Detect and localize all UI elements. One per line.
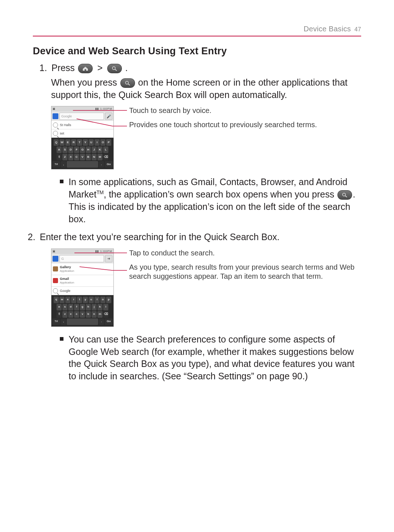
result-row[interactable]: GalleryApplication <box>51 263 113 275</box>
search-key-icon <box>120 78 135 88</box>
step-2: 2. Enter the text you’re searching for i… <box>39 231 361 383</box>
separator: > <box>97 63 103 73</box>
voice-search-button[interactable]: 🎤 <box>105 113 112 120</box>
google-icon <box>53 256 58 262</box>
step-number: 1. <box>39 62 49 74</box>
figure-1-callouts: Touch to search by voice. Provides one t… <box>123 106 317 134</box>
suggestion-text: St Halls <box>60 123 71 127</box>
magnifier-icon <box>53 131 58 136</box>
search-key-icon <box>107 64 122 73</box>
notif-icon: ▣ <box>53 107 55 111</box>
magnifier-icon <box>53 288 58 293</box>
page-number: 47 <box>355 26 361 32</box>
press-tail: . <box>125 63 128 73</box>
result-row[interactable]: Google <box>51 287 113 295</box>
figure-1: ▣ ▮▮ 1:00PM Google 🎤 St Halls set QWERTY… <box>51 106 361 169</box>
suggestion-row[interactable]: set <box>51 129 113 138</box>
figure-2: ▣ ▮▮ 1:00PM G ➜ GalleryApplication Gmail… <box>51 249 361 327</box>
result-sub: Application <box>60 269 74 273</box>
trademark: TM <box>96 190 104 195</box>
home-key-icon <box>78 64 93 73</box>
body-text: 1. Press > . When you press on the Home … <box>33 62 361 383</box>
manual-page: Device Basics 47 Device and Web Search U… <box>0 0 394 532</box>
svg-line-1 <box>115 69 117 71</box>
suggestion-text: set <box>60 131 64 136</box>
svg-line-3 <box>128 84 130 85</box>
search-input[interactable]: Google <box>59 113 104 120</box>
result-sub: Application <box>60 281 74 285</box>
callout-shortcut: Provides one touch shortcut to previousl… <box>123 120 317 129</box>
go-button[interactable]: ➜ <box>105 255 112 262</box>
screenshot-2: ▣ ▮▮ 1:00PM G ➜ GalleryApplication Gmail… <box>51 249 114 327</box>
search-key-icon <box>337 190 352 200</box>
result-title: Google <box>60 289 70 293</box>
notif-icon: ▣ <box>53 250 55 254</box>
callout-voice: Touch to search by voice. <box>123 106 317 115</box>
section-name: Device Basics <box>304 25 351 33</box>
step-1: 1. Press > . When you press on the Home … <box>51 62 361 225</box>
step2-bullet: You can use the Search preferences to co… <box>60 333 361 383</box>
search-input[interactable]: G <box>59 255 104 262</box>
section-title: Device and Web Search Using Text Entry <box>33 46 361 57</box>
step-number: 2. <box>28 231 37 243</box>
step1-body-before: When you press <box>51 77 120 87</box>
step1-paragraph: When you press on the Home screen or in … <box>51 77 361 101</box>
signal-icon: ▮▮ <box>95 107 99 110</box>
result-title: Gallery <box>60 265 74 269</box>
svg-line-8 <box>345 196 347 197</box>
search-bar: G ➜ <box>51 254 113 263</box>
result-row[interactable]: GmailApplication <box>51 275 113 287</box>
callout-results: As you type, search results from your pr… <box>123 263 361 281</box>
result-title: Gmail <box>60 277 74 281</box>
clock: 1:00PM <box>100 107 112 110</box>
figure-2-callouts: Tap to conduct the search. As you type, … <box>123 249 361 286</box>
status-bar: ▣ ▮▮ 1:00PM <box>51 106 113 112</box>
header-rule <box>33 36 361 36</box>
bullet-text-mid: , the application’s own search box opens… <box>104 189 337 199</box>
suggestion-row[interactable]: St Halls <box>51 121 113 129</box>
press-label: Press <box>51 63 75 73</box>
signal-icon: ▮▮ <box>95 250 99 253</box>
step1-bullet: In some applications, such as Gmail, Con… <box>60 176 361 225</box>
svg-point-2 <box>125 81 128 84</box>
magnifier-icon <box>53 122 58 128</box>
clock: 1:00PM <box>100 250 112 253</box>
gallery-app-icon <box>53 266 58 271</box>
svg-point-7 <box>343 193 345 196</box>
keyboard: qwertyuiop asdfghjkl ⇧zxcvbnm⌫ ?#,.Go <box>51 295 113 326</box>
search-bar: Google 🎤 <box>51 112 113 121</box>
step2-body: Enter the text you’re searching for in t… <box>40 232 279 242</box>
status-bar: ▣ ▮▮ 1:00PM <box>51 249 113 254</box>
screenshot-1: ▣ ▮▮ 1:00PM Google 🎤 St Halls set QWERTY… <box>51 106 114 169</box>
callout-go: Tap to conduct the search. <box>123 249 361 258</box>
gmail-app-icon <box>53 278 58 283</box>
keyboard: QWERTYUIOP ASDFGHJKL ⇧ZXCVBNM⌫ ?#,.Go <box>51 138 113 169</box>
svg-point-0 <box>112 67 115 70</box>
running-header: Device Basics 47 <box>304 25 361 33</box>
google-icon <box>53 113 58 119</box>
